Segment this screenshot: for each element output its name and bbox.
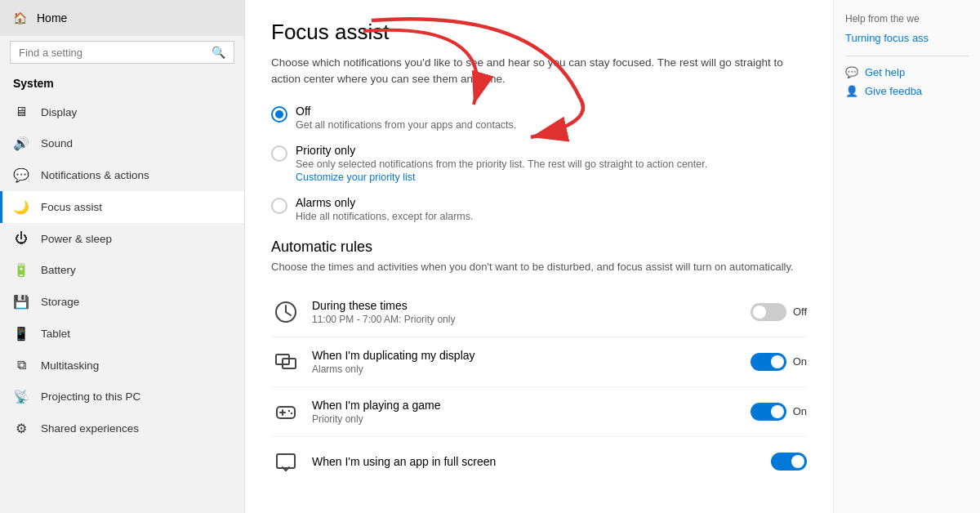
automatic-rules-desc: Choose the times and activities when you… — [271, 261, 807, 273]
sidebar-item-notifications[interactable]: 💬 Notifications & actions — [0, 159, 244, 191]
sidebar-item-display[interactable]: 🖥 Display — [0, 96, 244, 127]
radio-priority[interactable] — [271, 145, 287, 162]
radio-priority-title: Priority only — [296, 144, 707, 157]
rule-game: When I'm playing a game Priority only On — [271, 387, 807, 437]
svg-rect-11 — [277, 454, 295, 468]
radio-off[interactable] — [271, 106, 287, 123]
svg-line-3 — [286, 312, 291, 315]
toggle-knob — [771, 355, 784, 368]
get-help-action[interactable]: 💬 Get help — [845, 66, 969, 78]
rule-duplicating-subtitle: Alarms only — [312, 364, 739, 375]
display-icon: 🖥 — [13, 105, 29, 119]
main-content: Focus assist Choose which notifications … — [245, 0, 833, 513]
toggle-display-label: On — [793, 355, 807, 368]
focus-icon: 🌙 — [13, 199, 29, 215]
automatic-rules-heading: Automatic rules — [271, 239, 807, 256]
toggle-display-container: On — [751, 353, 807, 371]
toggle-times-label: Off — [793, 306, 807, 318]
right-panel-title: Help from the we — [845, 13, 969, 25]
give-feedback-icon: 👤 — [845, 85, 858, 97]
sidebar-item-label: Multitasking — [41, 359, 99, 372]
sidebar-item-label: Shared experiences — [41, 422, 139, 435]
radio-option-alarms[interactable]: Alarms only Hide all notifications, exce… — [271, 196, 807, 222]
toggle-during-times[interactable] — [751, 303, 786, 321]
sidebar-item-focus[interactable]: 🌙 Focus assist — [0, 191, 244, 223]
right-panel: Help from the we Turning focus ass 💬 Get… — [833, 0, 980, 513]
game-icon — [271, 397, 301, 426]
radio-alarms[interactable] — [271, 198, 287, 214]
sidebar-item-label: Storage — [41, 296, 79, 308]
sidebar-item-projecting[interactable]: 📡 Projecting to this PC — [0, 381, 244, 413]
sidebar-item-multitasking[interactable]: ⧉ Multitasking — [0, 350, 244, 381]
display-dup-icon — [271, 347, 301, 377]
customize-priority-link[interactable]: Customize your priority list — [296, 172, 416, 183]
sidebar-item-label: Tablet — [41, 328, 70, 340]
toggle-knob — [791, 455, 804, 468]
toggle-knob — [771, 405, 784, 418]
give-feedback-label: Give feedba — [865, 85, 922, 97]
sidebar-item-label: Display — [41, 106, 77, 118]
rule-during-text: During these times 11:00 PM - 7:00 AM: P… — [312, 299, 739, 325]
rule-fullscreen-title: When I'm using an app in full screen — [312, 455, 760, 468]
search-box[interactable]: 🔍 — [10, 41, 234, 64]
fullscreen-icon — [271, 447, 301, 476]
sidebar-item-shared[interactable]: ⚙ Shared experiences — [0, 413, 244, 444]
sidebar-item-label: Notifications & actions — [41, 169, 149, 181]
projecting-icon: 📡 — [13, 389, 29, 404]
rule-fullscreen-text: When I'm using an app in full screen — [312, 455, 760, 468]
sidebar-item-power[interactable]: ⏻ Power & sleep — [0, 223, 244, 254]
tablet-icon: 📱 — [13, 326, 29, 341]
toggle-fullscreen[interactable] — [771, 453, 807, 471]
notifications-icon: 💬 — [13, 167, 29, 183]
toggle-duplicating[interactable] — [751, 353, 786, 371]
sidebar-item-tablet[interactable]: 📱 Tablet — [0, 318, 244, 350]
rule-game-subtitle: Priority only — [312, 413, 739, 425]
toggle-game[interactable] — [751, 403, 786, 421]
rule-during-times: During these times 11:00 PM - 7:00 AM: P… — [271, 288, 807, 337]
sidebar-item-label: Sound — [41, 137, 73, 149]
rule-duplicating-title: When I'm duplicating my display — [312, 349, 739, 362]
radio-option-off[interactable]: Off Get all notifications from your apps… — [271, 105, 807, 131]
give-feedback-action[interactable]: 👤 Give feedba — [845, 85, 969, 97]
get-help-label: Get help — [865, 66, 905, 78]
shared-icon: ⚙ — [13, 421, 29, 436]
power-icon: ⏻ — [13, 231, 29, 246]
rule-game-text: When I'm playing a game Priority only — [312, 399, 739, 425]
rule-during-title: During these times — [312, 299, 739, 312]
home-icon: 🏠 — [13, 11, 27, 25]
svg-point-10 — [291, 412, 292, 413]
multitasking-icon: ⧉ — [13, 358, 29, 372]
radio-alarms-title: Alarms only — [296, 196, 473, 209]
sidebar-item-battery[interactable]: 🔋 Battery — [0, 254, 244, 286]
times-icon — [271, 297, 301, 327]
radio-off-labels: Off Get all notifications from your apps… — [296, 105, 516, 131]
sidebar-item-storage[interactable]: 💾 Storage — [0, 286, 244, 318]
sidebar-item-label: Battery — [41, 264, 76, 276]
radio-priority-desc: See only selected notifications from the… — [296, 158, 707, 170]
radio-off-desc: Get all notifications from your apps and… — [296, 119, 516, 131]
sidebar-item-home[interactable]: 🏠 Home — [0, 0, 244, 36]
sidebar-item-label: Projecting to this PC — [41, 390, 140, 403]
toggle-times-container: Off — [751, 303, 807, 321]
rule-during-subtitle: 11:00 PM - 7:00 AM: Priority only — [312, 314, 739, 325]
search-input[interactable] — [19, 47, 205, 59]
storage-icon: 💾 — [13, 294, 29, 310]
svg-point-9 — [288, 409, 290, 411]
get-help-icon: 💬 — [845, 66, 858, 78]
system-label: System — [0, 72, 244, 96]
radio-alarms-desc: Hide all notifications, except for alarm… — [296, 211, 473, 222]
rule-duplicating: When I'm duplicating my display Alarms o… — [271, 337, 807, 387]
rule-game-title: When I'm playing a game — [312, 399, 739, 412]
search-icon: 🔍 — [212, 46, 225, 59]
radio-option-priority[interactable]: Priority only See only selected notifica… — [271, 144, 807, 183]
rule-fullscreen: When I'm using an app in full screen — [271, 437, 807, 486]
toggle-game-container: On — [751, 403, 807, 421]
sidebar: 🏠 Home 🔍 System 🖥 Display 🔊 Sound 💬 Noti… — [0, 0, 245, 513]
sidebar-item-sound[interactable]: 🔊 Sound — [0, 127, 244, 159]
radio-priority-labels: Priority only See only selected notifica… — [296, 144, 707, 183]
sidebar-item-label: Power & sleep — [41, 233, 112, 245]
right-panel-divider — [845, 56, 969, 56]
radio-alarms-labels: Alarms only Hide all notifications, exce… — [296, 196, 473, 222]
page-description: Choose which notifications you'd like to… — [271, 55, 807, 88]
turning-focus-link[interactable]: Turning focus ass — [845, 31, 969, 46]
